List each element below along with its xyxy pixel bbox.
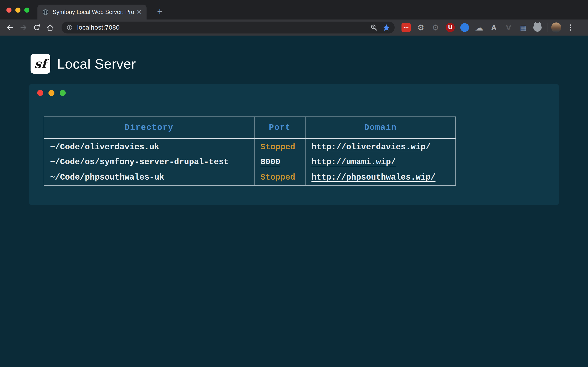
back-arrow-icon bbox=[6, 23, 15, 32]
directory-cell: ~/Code/phpsouthwales-uk bbox=[44, 170, 254, 185]
server-panel: Directory Port Domain ~/Code/oliverdavie… bbox=[29, 84, 559, 205]
port-status: Stopped bbox=[260, 173, 295, 182]
tab-favicon-globe-icon bbox=[42, 9, 49, 16]
new-tab-button[interactable]: + bbox=[153, 5, 166, 18]
port-cell: Stopped bbox=[254, 170, 305, 185]
ublock-extension-icon[interactable]: U bbox=[446, 23, 455, 32]
table-row: ~/Code/phpsouthwales-uk Stopped http://p… bbox=[44, 170, 456, 185]
directory-cell: ~/Code/os/symfony-server-drupal-test bbox=[44, 154, 254, 170]
column-header-directory: Directory bbox=[44, 117, 254, 139]
server-table: Directory Port Domain ~/Code/oliverdavie… bbox=[44, 117, 456, 186]
address-bar[interactable]: localhost:7080 bbox=[61, 22, 395, 33]
browser-tab-strip: Symfony Local Web Server: Prox ✕ + bbox=[0, 0, 588, 19]
domain-cell: http://oliverdavies.wip/ bbox=[305, 139, 456, 154]
directory-cell: ~/Code/oliverdavies.uk bbox=[44, 139, 254, 154]
table-row: ~/Code/os/symfony-server-drupal-test 800… bbox=[44, 154, 456, 170]
zoom-icon[interactable] bbox=[370, 23, 378, 32]
url-text[interactable]: localhost:7080 bbox=[77, 24, 370, 31]
tab-title: Symfony Local Web Server: Prox bbox=[52, 9, 134, 15]
reload-icon bbox=[32, 23, 41, 32]
letter-a-extension-icon[interactable]: A bbox=[489, 23, 498, 32]
port-status: Stopped bbox=[260, 142, 295, 152]
home-icon bbox=[46, 23, 54, 32]
domain-link[interactable]: http://phpsouthwales.wip/ bbox=[311, 173, 435, 182]
panel-window-dots bbox=[37, 90, 66, 96]
panel-red-dot bbox=[37, 90, 43, 96]
port-cell: Stopped bbox=[254, 139, 305, 154]
browser-menu-button[interactable] bbox=[566, 23, 575, 33]
browser-tab[interactable]: Symfony Local Web Server: Prox ✕ bbox=[37, 5, 147, 19]
column-header-port: Port bbox=[254, 117, 305, 139]
forward-button[interactable] bbox=[18, 23, 28, 33]
column-header-domain: Domain bbox=[305, 117, 456, 139]
window-zoom-button[interactable] bbox=[24, 8, 29, 13]
cloud-extension-icon[interactable]: ☁ bbox=[475, 23, 484, 32]
back-button[interactable] bbox=[5, 23, 15, 33]
domain-link[interactable]: http://oliverdavies.wip/ bbox=[311, 142, 431, 152]
home-button[interactable] bbox=[45, 23, 55, 33]
reload-button[interactable] bbox=[32, 23, 42, 33]
forward-arrow-icon bbox=[19, 23, 28, 32]
letter-v-extension-icon[interactable]: V bbox=[504, 23, 513, 32]
window-minimize-button[interactable] bbox=[15, 8, 20, 13]
page-title: Local Server bbox=[57, 56, 136, 72]
bookmark-star-icon[interactable] bbox=[382, 23, 390, 32]
kebab-menu-icon bbox=[566, 23, 575, 33]
panel-green-dot bbox=[60, 90, 66, 96]
table-header-row: Directory Port Domain bbox=[44, 117, 456, 139]
extensions-bar: ⋯ ⚙ ⚙ U ☁ A V ▦ bbox=[401, 23, 542, 32]
page-body: sf Local Server Directory Port Domain ~/… bbox=[0, 35, 588, 367]
octocat-extension-icon[interactable] bbox=[533, 23, 542, 32]
domain-cell: http://phpsouthwales.wip/ bbox=[305, 170, 456, 185]
table-row: ~/Code/oliverdavies.uk Stopped http://ol… bbox=[44, 139, 456, 154]
grid-extension-icon[interactable]: ▦ bbox=[519, 23, 528, 32]
symfony-logo-text: sf bbox=[34, 56, 47, 71]
domain-link[interactable]: http://umami.wip/ bbox=[311, 157, 396, 167]
panel-orange-dot bbox=[48, 90, 54, 96]
window-controls bbox=[6, 8, 29, 13]
red-dots-extension-icon[interactable]: ⋯ bbox=[401, 23, 411, 32]
toolbar-separator bbox=[548, 23, 548, 32]
port-link[interactable]: 8000 bbox=[260, 157, 280, 167]
tab-close-icon[interactable]: ✕ bbox=[137, 9, 142, 15]
gear-light-extension-icon[interactable]: ⚙ bbox=[416, 23, 425, 32]
site-info-icon[interactable] bbox=[66, 24, 73, 31]
port-cell: 8000 bbox=[254, 154, 305, 170]
window-close-button[interactable] bbox=[6, 8, 11, 13]
browser-toolbar: localhost:7080 ⋯ ⚙ ⚙ U ☁ A V ▦ bbox=[0, 19, 588, 35]
brand-header: sf Local Server bbox=[31, 54, 136, 74]
domain-cell: http://umami.wip/ bbox=[305, 154, 456, 170]
symfony-logo: sf bbox=[31, 54, 50, 74]
profile-avatar[interactable] bbox=[551, 23, 561, 33]
blue-circle-extension-icon[interactable] bbox=[460, 23, 469, 32]
gear-dark-extension-icon[interactable]: ⚙ bbox=[431, 23, 440, 32]
